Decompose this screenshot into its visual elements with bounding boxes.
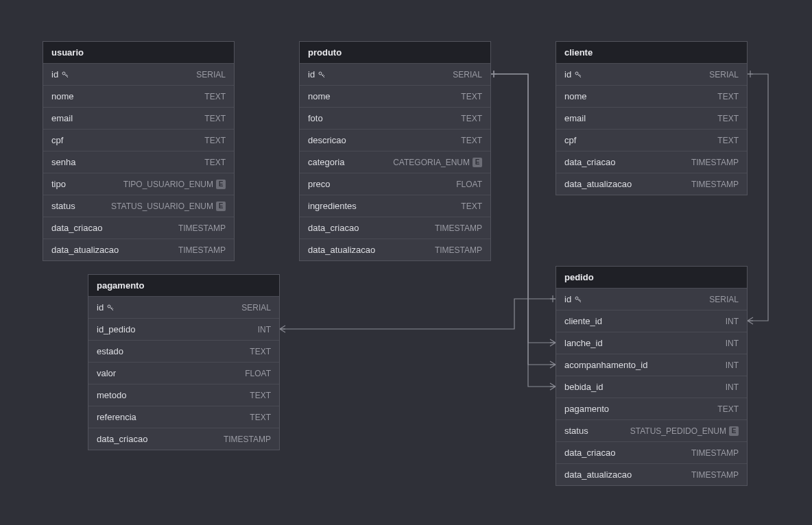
column-type-text: TIPO_USUARIO_ENUM (123, 180, 213, 189)
column-type: SERIAL (453, 70, 482, 80)
table-column[interactable]: metodoTEXT (88, 384, 279, 406)
table-column[interactable]: data_criacaoTIMESTAMP (88, 428, 279, 450)
column-type: CATEGORIA_ENUME (393, 158, 482, 167)
table-column[interactable]: pagamentoTEXT (556, 398, 747, 419)
table-column[interactable]: idSERIAL (556, 63, 747, 85)
table-column[interactable]: idSERIAL (300, 63, 490, 85)
column-name-text: estado (97, 346, 123, 356)
table-column[interactable]: precoFLOAT (300, 173, 490, 195)
one-end-icon (550, 295, 556, 302)
column-name-text: nome (564, 91, 587, 101)
table-column[interactable]: ingredientesTEXT (300, 195, 490, 217)
one-end-icon (491, 71, 497, 77)
table-column[interactable]: data_criacaoTIMESTAMP (300, 217, 490, 239)
table-column[interactable]: data_atualizacaoTIMESTAMP (556, 463, 747, 485)
column-name: email (51, 113, 73, 123)
table-column[interactable]: senhaTEXT (43, 151, 234, 173)
table-column[interactable]: data_atualizacaoTIMESTAMP (300, 239, 490, 260)
column-name: referencia (97, 412, 136, 422)
column-name: data_criacao (51, 223, 102, 233)
table-column[interactable]: data_criacaoTIMESTAMP (43, 217, 234, 239)
column-type-text: TEXT (717, 136, 739, 145)
column-name-text: cliente_id (564, 316, 602, 326)
table-produto[interactable]: produtoidSERIALnomeTEXTfotoTEXTdescricao… (299, 41, 491, 261)
table-usuario[interactable]: usuarioidSERIALnomeTEXTemailTEXTcpfTEXTs… (43, 41, 235, 261)
table-column[interactable]: estadoTEXT (88, 340, 279, 362)
table-column[interactable]: statusSTATUS_PEDIDO_ENUME (556, 419, 747, 441)
column-type: TEXT (250, 347, 271, 356)
table-header[interactable]: pedido (556, 267, 747, 288)
table-column[interactable]: statusSTATUS_USUARIO_ENUME (43, 195, 234, 217)
column-name-text: cpf (51, 135, 63, 145)
column-name: id (564, 294, 582, 304)
column-name: email (564, 113, 586, 123)
table-column[interactable]: referenciaTEXT (88, 406, 279, 428)
column-type-text: TEXT (250, 413, 271, 422)
table-header[interactable]: cliente (556, 42, 747, 63)
column-name-text: data_criacao (51, 223, 102, 233)
relationship-line (491, 74, 556, 343)
column-type: TIMESTAMP (435, 245, 482, 255)
column-name-text: data_criacao (97, 434, 147, 444)
column-type-text: STATUS_USUARIO_ENUM (111, 202, 213, 211)
column-type: TEXT (717, 404, 739, 414)
column-type: TEXT (461, 136, 482, 145)
column-name: bebida_id (564, 382, 603, 392)
table-header[interactable]: produto (300, 42, 490, 63)
column-type: TEXT (250, 391, 271, 400)
column-name-text: id_pedido (97, 324, 135, 334)
table-column[interactable]: acompanhamento_idINT (556, 354, 747, 376)
column-name: ingredientes (308, 201, 357, 211)
column-name: data_criacao (564, 157, 615, 167)
table-column[interactable]: nomeTEXT (556, 85, 747, 107)
table-header[interactable]: pagamento (88, 275, 279, 296)
table-column[interactable]: cpfTEXT (43, 129, 234, 151)
table-column[interactable]: idSERIAL (43, 63, 234, 85)
table-column[interactable]: idSERIAL (88, 296, 279, 318)
table-column[interactable]: descricaoTEXT (300, 129, 490, 151)
table-column[interactable]: valorFLOAT (88, 362, 279, 384)
table-column[interactable]: categoriaCATEGORIA_ENUME (300, 151, 490, 173)
enum-badge: E (216, 180, 226, 189)
table-column[interactable]: emailTEXT (43, 107, 234, 129)
column-name: cpf (51, 135, 63, 145)
table-column[interactable]: lanche_idINT (556, 332, 747, 354)
table-column[interactable]: cliente_idINT (556, 310, 747, 332)
table-column[interactable]: cpfTEXT (556, 129, 747, 151)
table-column[interactable]: data_criacaoTIMESTAMP (556, 151, 747, 173)
table-column[interactable]: fotoTEXT (300, 107, 490, 129)
column-name: metodo (97, 390, 126, 400)
column-name: lanche_id (564, 338, 603, 348)
enum-badge: E (473, 158, 482, 167)
column-name-text: senha (51, 157, 75, 167)
column-type: TEXT (461, 92, 482, 101)
table-column[interactable]: nomeTEXT (300, 85, 490, 107)
table-column[interactable]: idSERIAL (556, 288, 747, 310)
column-type-text: TIMESTAMP (691, 470, 739, 480)
column-type: FLOAT (245, 369, 271, 378)
column-type-text: SERIAL (453, 70, 482, 80)
table-header[interactable]: usuario (43, 42, 234, 63)
table-column[interactable]: id_pedidoINT (88, 318, 279, 340)
table-column[interactable]: data_criacaoTIMESTAMP (556, 441, 747, 463)
table-column[interactable]: emailTEXT (556, 107, 747, 129)
column-name-text: tipo (51, 179, 66, 189)
column-name-text: ingredientes (308, 201, 357, 211)
table-column[interactable]: nomeTEXT (43, 85, 234, 107)
column-name: pagamento (564, 404, 609, 414)
column-type: TIMESTAMP (178, 223, 226, 233)
svg-point-1 (319, 72, 322, 75)
table-column[interactable]: data_atualizacaoTIMESTAMP (556, 173, 747, 195)
table-column[interactable]: bebida_idINT (556, 376, 747, 398)
table-column[interactable]: tipoTIPO_USUARIO_ENUME (43, 173, 234, 195)
column-type-text: TEXT (717, 404, 739, 414)
crowfoot-icon (550, 383, 556, 390)
column-name-text: data_atualizacao (564, 469, 632, 480)
table-pagamento[interactable]: pagamentoidSERIALid_pedidoINTestadoTEXTv… (88, 274, 280, 450)
table-pedido[interactable]: pedidoidSERIALcliente_idINTlanche_idINTa… (556, 266, 748, 486)
column-name-text: lanche_id (564, 338, 603, 348)
column-name-text: valor (97, 368, 116, 378)
one-end-icon (491, 71, 497, 77)
table-column[interactable]: data_atualizacaoTIMESTAMP (43, 239, 234, 260)
table-cliente[interactable]: clienteidSERIALnomeTEXTemailTEXTcpfTEXTd… (556, 41, 748, 195)
